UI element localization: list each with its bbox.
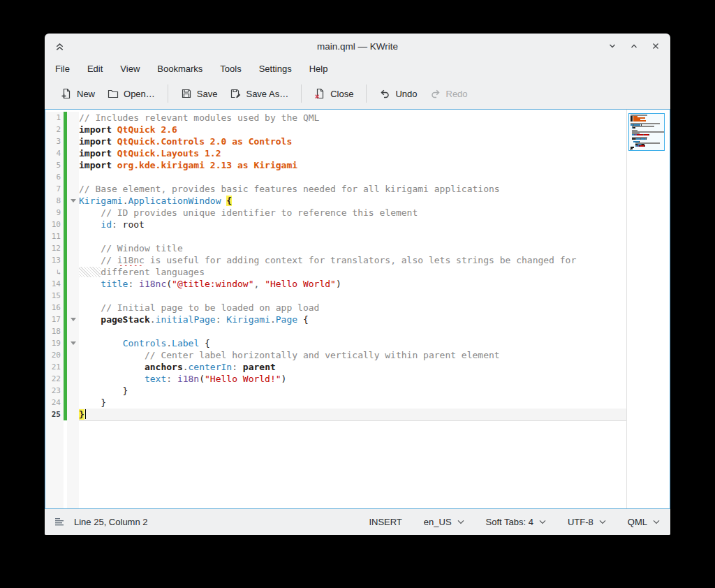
- save-button[interactable]: Save: [175, 84, 224, 103]
- line-number[interactable]: 25: [45, 409, 64, 420]
- code-line[interactable]: 16 // Initial page to be loaded on app l…: [45, 302, 626, 314]
- line-number[interactable]: 6: [45, 171, 64, 183]
- line-number[interactable]: 2: [45, 124, 64, 135]
- code-line[interactable]: 12 // Window title: [45, 242, 626, 254]
- code-text[interactable]: import org.kde.kirigami 2.13 as Kirigami: [79, 159, 626, 171]
- code-line[interactable]: 14 title: i18nc("@title:window", "Hello …: [45, 278, 626, 290]
- code-text[interactable]: Kirigami.ApplicationWindow {: [79, 195, 626, 207]
- code-text[interactable]: import QtQuick.Controls 2.0 as Controls: [79, 135, 626, 147]
- menu-edit[interactable]: Edit: [86, 61, 104, 76]
- line-number[interactable]: 22: [45, 373, 64, 385]
- code-line[interactable]: 23 }: [45, 385, 626, 397]
- line-number[interactable]: 8: [45, 195, 64, 207]
- line-number[interactable]: 24: [45, 397, 64, 409]
- menu-bookmarks[interactable]: Bookmarks: [156, 61, 204, 76]
- code-line[interactable]: 7// Base element, provides basic feature…: [45, 183, 626, 195]
- open-button[interactable]: Open…: [101, 84, 161, 103]
- code-line[interactable]: 10 id: root: [45, 219, 626, 230]
- line-number[interactable]: 19: [45, 337, 64, 349]
- fold-marker[interactable]: [67, 314, 79, 325]
- code-line-wrap[interactable]: ↳ different languages: [45, 266, 626, 278]
- line-number[interactable]: 23: [45, 385, 64, 397]
- code-area[interactable]: 1// Includes relevant modules used by th…: [45, 110, 626, 508]
- code-line[interactable]: 4import QtQuick.Layouts 1.2: [45, 147, 626, 159]
- code-line[interactable]: 5import org.kde.kirigami 2.13 as Kirigam…: [45, 159, 626, 171]
- code-line[interactable]: 18: [45, 325, 626, 337]
- code-line[interactable]: 22 text: i18n("Hello World!"): [45, 373, 626, 385]
- line-number[interactable]: 16: [45, 302, 64, 314]
- line-number[interactable]: 4: [45, 147, 64, 159]
- code-line[interactable]: 8Kirigami.ApplicationWindow {: [45, 195, 626, 207]
- menu-help[interactable]: Help: [308, 61, 330, 76]
- code-line[interactable]: 9 // ID provides unique identifier to re…: [45, 207, 626, 219]
- line-number[interactable]: 5: [45, 159, 64, 171]
- menu-settings[interactable]: Settings: [258, 61, 293, 76]
- code-line[interactable]: 25}: [45, 409, 626, 420]
- line-number[interactable]: 15: [45, 290, 64, 302]
- titlebar[interactable]: main.qml — KWrite: [45, 34, 670, 59]
- code-text[interactable]: [79, 325, 626, 337]
- line-number[interactable]: 9: [45, 207, 64, 219]
- code-text[interactable]: title: i18nc("@title:window", "Hello Wor…: [79, 278, 626, 290]
- fold-marker[interactable]: [67, 337, 79, 349]
- code-text[interactable]: anchors.centerIn: parent: [79, 361, 626, 373]
- code-line[interactable]: 19 Controls.Label {: [45, 337, 626, 349]
- code-text[interactable]: id: root: [79, 219, 626, 230]
- insert-mode-button[interactable]: INSERT: [369, 517, 401, 527]
- code-line[interactable]: 2import QtQuick 2.6: [45, 124, 626, 135]
- code-text[interactable]: }: [79, 409, 626, 420]
- line-number[interactable]: 14: [45, 278, 64, 290]
- line-number[interactable]: 21: [45, 361, 64, 373]
- line-number[interactable]: 10: [45, 219, 64, 230]
- code-line[interactable]: 21 anchors.centerIn: parent: [45, 361, 626, 373]
- line-number[interactable]: 11: [45, 230, 64, 242]
- undo-button[interactable]: Undo: [373, 84, 423, 103]
- line-number[interactable]: 18: [45, 325, 64, 337]
- line-number[interactable]: 20: [45, 349, 64, 361]
- code-text[interactable]: }: [79, 385, 626, 397]
- code-text[interactable]: // Initial page to be loaded on app load: [79, 302, 626, 314]
- code-line[interactable]: 6: [45, 171, 626, 183]
- code-empty-area[interactable]: [45, 420, 626, 508]
- code-text[interactable]: different languages: [79, 266, 626, 278]
- line-number[interactable]: 17: [45, 314, 64, 325]
- code-text[interactable]: import QtQuick 2.6: [79, 124, 626, 135]
- code-text[interactable]: // i18nc is useful for adding context fo…: [79, 254, 626, 266]
- shade-icon[interactable]: [52, 38, 67, 54]
- syntax-mode-dropdown[interactable]: QML: [628, 517, 660, 527]
- code-line[interactable]: 15: [45, 290, 626, 302]
- saveas-button[interactable]: Save As…: [223, 84, 295, 103]
- code-text[interactable]: Controls.Label {: [79, 337, 626, 349]
- line-number[interactable]: 3: [45, 135, 64, 147]
- new-button[interactable]: New: [54, 84, 101, 103]
- code-text[interactable]: import QtQuick.Layouts 1.2: [79, 147, 626, 159]
- code-text[interactable]: [79, 420, 626, 508]
- code-text[interactable]: }: [79, 397, 626, 409]
- code-line[interactable]: 3import QtQuick.Controls 2.0 as Controls: [45, 135, 626, 147]
- dictionary-dropdown[interactable]: en_US: [424, 517, 464, 527]
- redo-button[interactable]: Redo: [424, 84, 474, 103]
- code-text[interactable]: [79, 230, 626, 242]
- code-text[interactable]: // Base element, provides basic features…: [79, 183, 626, 195]
- maximize-button[interactable]: [626, 38, 642, 54]
- list-icon[interactable]: [54, 517, 65, 527]
- minimap-scrollbar[interactable]: [627, 110, 670, 508]
- minimize-button[interactable]: [605, 38, 620, 54]
- menu-file[interactable]: File: [54, 61, 71, 76]
- menu-tools[interactable]: Tools: [219, 61, 242, 76]
- encoding-dropdown[interactable]: UTF-8: [568, 517, 606, 527]
- code-line[interactable]: 24 }: [45, 397, 626, 409]
- line-number[interactable]: ↳: [45, 266, 64, 278]
- code-text[interactable]: [79, 171, 626, 183]
- line-number[interactable]: 1: [45, 112, 64, 124]
- code-text[interactable]: // ID provides unique identifier to refe…: [79, 207, 626, 219]
- code-line[interactable]: 20 // Center label horizontally and vert…: [45, 349, 626, 361]
- fold-marker[interactable]: [67, 195, 79, 207]
- code-text[interactable]: // Center label horizontally and vertica…: [79, 349, 626, 361]
- tab-mode-dropdown[interactable]: Soft Tabs: 4: [486, 517, 546, 527]
- code-text[interactable]: // Includes relevant modules used by the…: [79, 112, 626, 124]
- code-text[interactable]: // Window title: [79, 242, 626, 254]
- code-line[interactable]: 17 pageStack.initialPage: Kirigami.Page …: [45, 314, 626, 325]
- line-number[interactable]: 7: [45, 183, 64, 195]
- menu-view[interactable]: View: [119, 61, 141, 76]
